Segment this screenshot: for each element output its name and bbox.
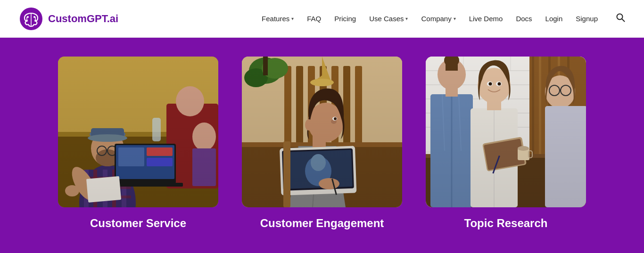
- card-topic-research[interactable]: Topic Research: [426, 57, 586, 230]
- nav-signup[interactable]: Signup: [576, 15, 598, 23]
- card-customer-engagement[interactable]: Customer Engagement: [242, 57, 402, 230]
- svg-line-9: [622, 19, 625, 22]
- card-overlay-tr: [426, 57, 586, 207]
- card-customer-service[interactable]: Customer Service: [58, 57, 218, 230]
- company-chevron: ▾: [454, 16, 456, 21]
- logo-icon: [19, 7, 43, 31]
- features-chevron: ▾: [291, 16, 294, 21]
- search-icon: [616, 13, 625, 22]
- site-header: CustomGPT.ai Features ▾ FAQ Pricing Use …: [0, 0, 644, 38]
- card-image-customer-engagement: [242, 57, 402, 207]
- use-cases-section: Customer Service: [0, 38, 644, 253]
- cards-container: Customer Service: [58, 57, 586, 230]
- card-overlay-ce: [242, 57, 402, 207]
- nav-faq[interactable]: FAQ: [307, 15, 321, 23]
- nav-features[interactable]: Features ▾: [262, 15, 294, 23]
- nav-pricing[interactable]: Pricing: [334, 15, 356, 23]
- logo[interactable]: CustomGPT.ai: [19, 7, 118, 31]
- card-label-topic-research: Topic Research: [464, 217, 548, 230]
- card-label-customer-engagement: Customer Engagement: [260, 217, 384, 230]
- card-label-customer-service: Customer Service: [90, 217, 186, 230]
- search-button[interactable]: [616, 13, 625, 24]
- nav-login[interactable]: Login: [545, 15, 563, 23]
- card-overlay-cs: [58, 57, 218, 207]
- use-cases-chevron: ▾: [405, 16, 408, 21]
- logo-text: CustomGPT.ai: [48, 13, 118, 25]
- card-image-customer-service: [58, 57, 218, 207]
- nav-live-demo[interactable]: Live Demo: [469, 15, 503, 23]
- card-image-topic-research: [426, 57, 586, 207]
- nav-docs[interactable]: Docs: [516, 15, 532, 23]
- nav-use-cases[interactable]: Use Cases ▾: [369, 15, 408, 23]
- nav-company[interactable]: Company ▾: [421, 15, 455, 23]
- main-nav: Features ▾ FAQ Pricing Use Cases ▾ Compa…: [262, 13, 625, 24]
